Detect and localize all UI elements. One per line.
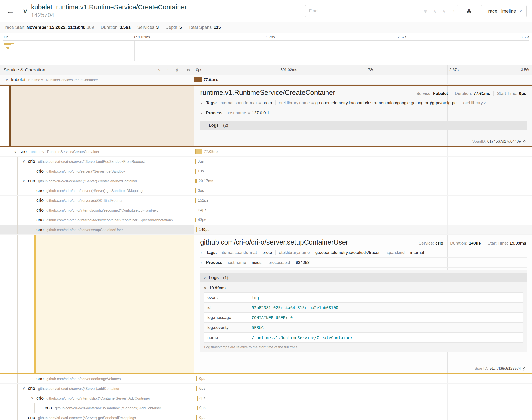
span-row[interactable]: ∨criogithub.com/cri-o/cri-o/internal/lib…: [0, 393, 532, 403]
span-name-cell[interactable]: ∨criogithub.com/cri-o/cri-o/server.(*Ser…: [0, 384, 194, 393]
span-row[interactable]: criogithub.com/cri-o/cri-o/internal/lib/…: [0, 403, 532, 413]
span-timeline-cell[interactable]: 77.61ms: [194, 75, 532, 85]
span-name-cell[interactable]: criogithub.com/cri-o/cri-o/internal/conf…: [0, 205, 194, 215]
tags-accordion[interactable]: › Tags: internal.span.formatproto otel.l…: [200, 248, 527, 258]
span-timeline-cell[interactable]: 149μs: [194, 225, 532, 234]
span-bar[interactable]: [195, 159, 196, 164]
find-input[interactable]: [305, 8, 421, 14]
span-timeline-cell[interactable]: 0μs: [194, 374, 532, 383]
span-row[interactable]: criogithub.com/cri-o/cri-o/server.addIma…: [0, 374, 532, 384]
span-bar[interactable]: [195, 188, 196, 193]
span-bar[interactable]: [196, 376, 197, 381]
span-bar[interactable]: [196, 386, 197, 391]
span-bar[interactable]: [194, 77, 202, 82]
back-button[interactable]: ←: [4, 6, 16, 16]
span-row[interactable]: ∨crioruntime.v1.RuntimeService/CreateCon…: [0, 147, 532, 157]
span-row[interactable]: ∨kubeletruntime.v1.RuntimeService/Create…: [0, 75, 532, 85]
find-clear-icon[interactable]: ×: [449, 8, 458, 14]
indent-guide: [26, 374, 26, 383]
service-name: crio: [36, 376, 44, 381]
indent-guide: [17, 195, 18, 205]
span-bar[interactable]: [195, 149, 202, 154]
span-row[interactable]: criogithub.com/cri-o/cri-o/server.(*Serv…: [0, 413, 532, 420]
collapse-all-icon[interactable]: ≫: [175, 68, 180, 72]
span-bar[interactable]: [197, 405, 198, 410]
span-row[interactable]: ∨criogithub.com/cri-o/cri-o/server.(*Ser…: [0, 384, 532, 393]
span-bar[interactable]: [196, 415, 197, 420]
span-bar[interactable]: [197, 396, 198, 401]
stat-trace-start: Trace StartNovember 15 2022, 11:19:40.80…: [3, 25, 94, 30]
process-accordion[interactable]: › Process: host.namenixos process.pid624…: [200, 258, 527, 268]
indent-guide: [9, 413, 9, 420]
span-bar[interactable]: [195, 169, 196, 174]
span-name-cell[interactable]: criogithub.com/cri-o/cri-o/server.setupC…: [0, 225, 194, 234]
chevron-down-icon[interactable]: ∨: [3, 77, 11, 82]
span-bar[interactable]: [195, 218, 196, 223]
span-timeline-cell[interactable]: 77.08ms: [194, 147, 532, 156]
indent-guide: [26, 235, 26, 374]
trace-title-chevron-icon[interactable]: ∨: [23, 7, 28, 15]
tags-accordion[interactable]: › Tags: internal.span.formatproto otel.l…: [200, 98, 527, 108]
span-name-cell[interactable]: ∨criogithub.com/cri-o/cri-o/internal/lib…: [0, 393, 194, 403]
expand-one-icon[interactable]: ›: [167, 67, 169, 73]
logs-section: ∨ Logs (1) ∨ 19.99ms eventlog id92b82381…: [200, 270, 527, 352]
span-name-cell[interactable]: criogithub.com/cri-o/cri-o/internal/lib/…: [0, 403, 194, 413]
span-name-cell[interactable]: criogithub.com/cri-o/cri-o/internal/fact…: [0, 215, 194, 225]
span-name-cell[interactable]: criogithub.com/cri-o/cri-o/server.addOCI…: [0, 195, 194, 205]
span-bar[interactable]: [196, 227, 197, 232]
keyboard-shortcuts-button[interactable]: ⌘: [464, 6, 474, 16]
span-name-cell[interactable]: criogithub.com/cri-o/cri-o/server.(*Serv…: [0, 166, 194, 176]
process-accordion[interactable]: › Process: host.name127.0.0.1: [200, 108, 527, 118]
chevron-down-icon[interactable]: ∨: [19, 386, 28, 391]
minimap-canvas[interactable]: [3, 40, 529, 61]
span-name-cell[interactable]: criogithub.com/cri-o/cri-o/server.addIma…: [0, 374, 194, 383]
span-row[interactable]: criogithub.com/cri-o/cri-o/server.setupC…: [0, 225, 532, 235]
span-bar[interactable]: [196, 208, 196, 213]
operation-name: github.com/cri-o/cri-o/server.(*Server).…: [38, 160, 145, 164]
table-row: eventlog: [204, 293, 523, 303]
span-timeline-cell[interactable]: 24μs: [194, 205, 532, 215]
span-timeline-cell[interactable]: 0μs: [194, 186, 532, 195]
span-timeline-cell[interactable]: 8μs: [194, 157, 532, 166]
span-name-cell[interactable]: ∨criogithub.com/cri-o/cri-o/server.(*Ser…: [0, 176, 194, 186]
span-row[interactable]: criogithub.com/cri-o/cri-o/server.(*Serv…: [0, 166, 532, 176]
trace-start-label: Trace Start: [3, 25, 24, 30]
span-row[interactable]: criogithub.com/cri-o/cri-o/internal/conf…: [0, 205, 532, 215]
span-timeline-cell[interactable]: 20.17ms: [194, 176, 532, 186]
span-row[interactable]: criogithub.com/cri-o/cri-o/server.(*Serv…: [0, 186, 532, 195]
find-prev-icon[interactable]: ∧: [430, 8, 439, 14]
span-timeline-cell[interactable]: 3μs: [194, 393, 532, 403]
logs-accordion[interactable]: › Logs (2): [200, 121, 527, 130]
chevron-down-icon[interactable]: ∨: [28, 396, 36, 401]
find-next-icon[interactable]: ∨: [439, 8, 449, 14]
chevron-down-icon[interactable]: ∨: [19, 159, 28, 164]
link-icon[interactable]: [522, 367, 527, 371]
span-row[interactable]: ∨criogithub.com/cri-o/cri-o/server.(*Ser…: [0, 176, 532, 186]
span-bar[interactable]: [195, 198, 196, 203]
span-bar[interactable]: [195, 179, 197, 183]
span-timeline-cell[interactable]: 6μs: [194, 384, 532, 393]
span-name-cell[interactable]: criogithub.com/cri-o/cri-o/server.(*Serv…: [0, 413, 194, 420]
span-name-cell[interactable]: ∨criogithub.com/cri-o/cri-o/server.(*Ser…: [0, 157, 194, 166]
span-row[interactable]: ∨criogithub.com/cri-o/cri-o/server.(*Ser…: [0, 157, 532, 166]
log-entry-accordion[interactable]: ∨ 19.99ms: [204, 283, 523, 292]
trace-title-link[interactable]: kubelet: runtime.v1.RuntimeService/Creat…: [31, 3, 187, 11]
span-name-cell[interactable]: criogithub.com/cri-o/cri-o/server.(*Serv…: [0, 186, 194, 195]
span-timeline-cell[interactable]: 151μs: [194, 195, 532, 205]
span-timeline-cell[interactable]: 0μs: [194, 403, 532, 413]
span-timeline-cell[interactable]: 43μs: [194, 215, 532, 225]
span-timeline-cell[interactable]: 1μs: [194, 166, 532, 176]
span-row[interactable]: criogithub.com/cri-o/cri-o/internal/fact…: [0, 215, 532, 225]
chevron-down-icon[interactable]: ∨: [11, 149, 19, 154]
collapse-one-icon[interactable]: ∨: [158, 67, 161, 73]
logs-accordion[interactable]: ∨ Logs (1): [200, 273, 527, 282]
trace-view-select[interactable]: Trace Timeline ∨: [481, 5, 527, 17]
expand-all-icon[interactable]: ≫: [186, 67, 190, 73]
span-name-cell[interactable]: ∨kubeletruntime.v1.RuntimeService/Create…: [0, 75, 194, 85]
chevron-down-icon[interactable]: ∨: [19, 179, 28, 183]
span-name-cell[interactable]: ∨crioruntime.v1.RuntimeService/CreateCon…: [0, 147, 194, 156]
span-timeline-cell[interactable]: 0μs: [194, 413, 532, 420]
find-focus-icon[interactable]: ⊕: [421, 8, 430, 14]
link-icon[interactable]: [522, 139, 527, 144]
span-row[interactable]: criogithub.com/cri-o/cri-o/server.addOCI…: [0, 195, 532, 205]
